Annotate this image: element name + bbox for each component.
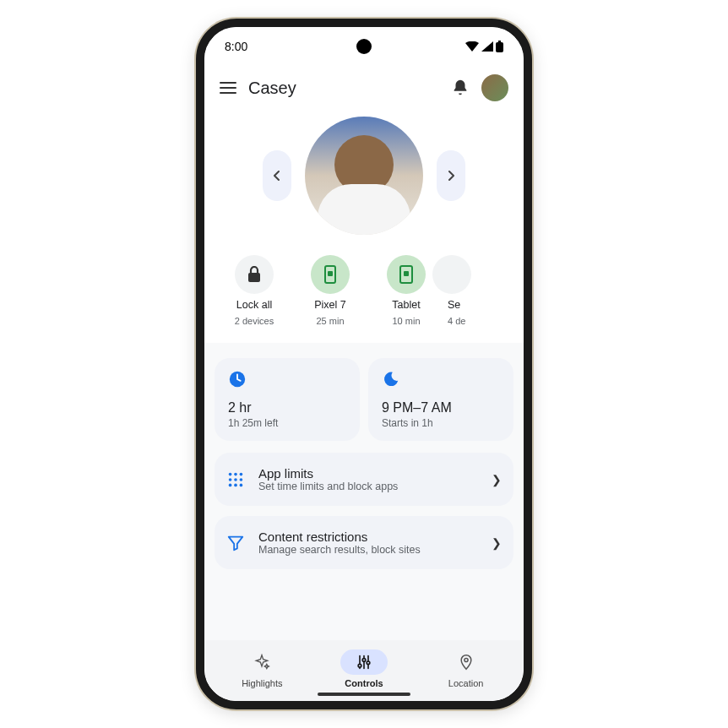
svg-point-16 [240,483,243,486]
downtime-card[interactable]: 9 PM–7 AM Starts in 1h [368,358,513,441]
profile-switcher [204,117,524,235]
chevron-right-icon: ❯ [492,473,502,486]
nav-controls[interactable]: Controls [340,649,388,688]
cards-area: 2 hr 1h 25m left 9 PM–7 AM Starts in 1h [204,343,524,640]
sparkle-icon [253,654,270,671]
status-time: 8:00 [225,40,247,53]
svg-rect-0 [496,42,503,52]
device-icon [432,255,471,294]
lock-icon [235,255,274,294]
svg-point-14 [229,483,232,486]
svg-point-17 [358,664,361,667]
main-content: Lock all 2 devices Pixel 7 25 min Tablet… [204,110,524,640]
svg-point-13 [240,478,243,481]
chevron-left-icon [274,171,280,181]
signal-icon [481,41,493,52]
nav-label: Highlights [242,678,282,688]
filter-icon [226,534,245,552]
device-tablet[interactable]: Tablet 10 min [372,255,441,326]
apps-grid-icon [226,470,245,489]
downtime-value: 9 PM–7 AM [382,400,500,416]
location-pin-icon [458,654,475,671]
screen: 8:00 Casey [204,27,524,701]
svg-point-12 [234,478,237,481]
svg-rect-4 [328,271,333,276]
battery-icon [496,41,503,52]
status-bar: 8:00 [204,27,524,66]
nav-label: Location [448,678,484,688]
device-label: Pixel 7 [314,299,346,311]
svg-point-18 [362,659,366,662]
svg-rect-1 [498,41,501,42]
svg-point-8 [229,472,232,475]
screentime-sub: 1h 25m left [228,417,346,429]
device-pixel7[interactable]: Pixel 7 25 min [296,255,365,326]
wifi-icon [465,41,479,52]
svg-rect-2 [248,273,260,282]
gesture-bar [318,693,410,696]
content-restrictions-row[interactable]: Content restrictions Manage search resul… [215,516,513,569]
phone-frame: 8:00 Casey [196,19,532,709]
chevron-right-icon: ❯ [492,536,502,550]
clock-icon [228,370,247,388]
nav-label: Controls [345,678,383,688]
notifications-icon[interactable] [451,79,470,97]
screentime-card[interactable]: 2 hr 1h 25m left [215,358,360,441]
device-sub: 4 de [448,316,465,326]
svg-point-15 [234,483,237,486]
moon-icon [382,370,400,388]
sliders-icon [356,654,372,671]
tablet-icon [387,255,426,294]
device-lock-all[interactable]: Lock all 2 devices [220,255,289,326]
nav-highlights[interactable]: Highlights [238,649,285,688]
device-more[interactable]: Se 4 de [448,255,481,326]
child-avatar[interactable] [305,117,423,235]
app-bar: Casey [204,66,524,110]
menu-button[interactable] [220,82,236,94]
downtime-sub: Starts in 1h [382,417,500,429]
app-limits-sub: Set time limits and block apps [258,481,478,492]
content-sub: Manage search results, block sites [258,544,478,556]
svg-point-11 [229,478,232,481]
prev-child-button[interactable] [263,150,291,201]
device-label: Tablet [392,299,420,311]
next-child-button[interactable] [437,150,465,201]
device-label: Lock all [236,299,272,311]
svg-point-19 [367,661,370,665]
nav-location[interactable]: Location [443,649,490,688]
status-icons [465,41,503,52]
content-title: Content restrictions [258,530,478,544]
svg-point-9 [234,472,237,475]
device-sub: 2 devices [235,316,274,326]
svg-point-10 [240,472,243,475]
screentime-value: 2 hr [228,400,346,416]
svg-rect-6 [404,271,409,276]
phone-icon [311,255,350,294]
device-label: Se [448,299,460,311]
device-sub: 25 min [316,316,344,326]
chevron-right-icon [448,171,454,181]
devices-row: Lock all 2 devices Pixel 7 25 min Tablet… [204,235,524,343]
page-title: Casey [248,79,439,98]
device-sub: 10 min [392,316,420,326]
app-limits-title: App limits [258,466,478,481]
svg-point-20 [465,658,468,661]
account-avatar[interactable] [481,74,508,101]
app-limits-row[interactable]: App limits Set time limits and block app… [215,453,513,506]
